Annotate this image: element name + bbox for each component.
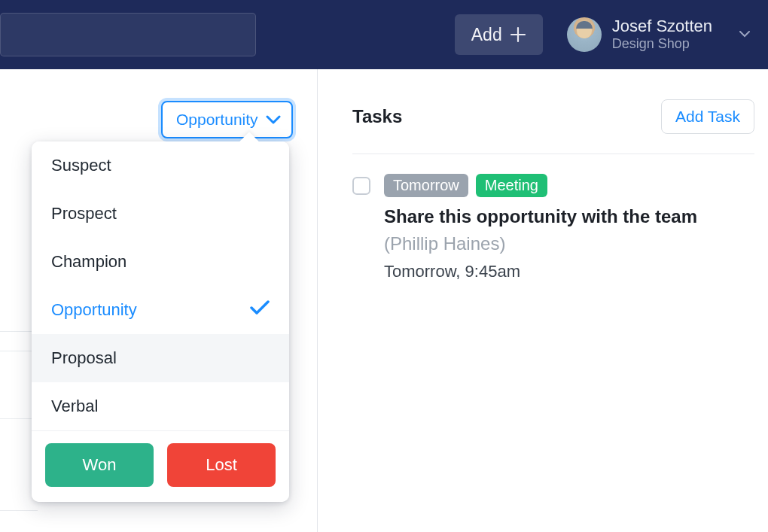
task-time: Tomorrow, 9:45am [384, 262, 754, 281]
task-title-text: Share this opportunity with the team [384, 206, 697, 226]
won-button[interactable]: Won [45, 443, 154, 487]
stage-option-opportunity[interactable]: Opportunity [32, 286, 289, 334]
stage-dropdown-footer: Won Lost [32, 430, 289, 502]
stage-option-proposal[interactable]: Proposal [32, 334, 289, 382]
user-name: Josef Szotten [612, 17, 712, 36]
stage-select-button[interactable]: Opportunity [161, 101, 293, 138]
type-badge: Meeting [476, 174, 547, 197]
stage-option-label: Suspect [51, 156, 111, 175]
task-checkbox[interactable] [352, 177, 370, 195]
search-input[interactable] [0, 13, 256, 56]
stage-option-label: Opportunity [51, 300, 137, 320]
stage-select-label: Opportunity [176, 111, 258, 129]
stage-dropdown: Suspect Prospect Champion Opportunity Pr… [32, 141, 289, 502]
chevron-down-icon [739, 31, 750, 38]
task-assignee: (Phillip Haines) [384, 233, 505, 254]
left-pane: Opportunity Suspect Prospect Champion Op… [0, 69, 318, 532]
task-content: Tomorrow Meeting Share this opportunity … [384, 174, 754, 281]
chevron-down-icon [266, 114, 281, 125]
stage-option-label: Champion [51, 252, 126, 272]
user-subtitle: Design Shop [612, 36, 712, 53]
due-badge: Tomorrow [384, 174, 468, 197]
user-menu[interactable]: Josef Szotten Design Shop [567, 17, 753, 53]
check-icon [250, 300, 270, 320]
stage-option-suspect[interactable]: Suspect [32, 141, 289, 190]
task-title[interactable]: Share this opportunity with the team (Ph… [384, 203, 754, 257]
stage-option-label: Verbal [51, 397, 98, 416]
divider [0, 510, 38, 511]
stage-option-list: Suspect Prospect Champion Opportunity Pr… [32, 141, 289, 430]
avatar [567, 17, 602, 52]
tasks-heading: Tasks [352, 106, 402, 127]
stage-option-label: Prospect [51, 204, 117, 223]
user-text: Josef Szotten Design Shop [612, 17, 712, 53]
app-header: Add Josef Szotten Design Shop [0, 0, 768, 69]
add-button[interactable]: Add [455, 14, 543, 55]
lost-button[interactable]: Lost [167, 443, 276, 487]
add-button-label: Add [471, 25, 502, 45]
task-badges: Tomorrow Meeting [384, 174, 754, 197]
stage-option-label: Proposal [51, 348, 117, 368]
stage-option-prospect[interactable]: Prospect [32, 190, 289, 238]
task-row: Tomorrow Meeting Share this opportunity … [352, 154, 754, 281]
stage-option-champion[interactable]: Champion [32, 238, 289, 286]
right-pane: Tasks Add Task Tomorrow Meeting Share th… [318, 69, 768, 532]
add-task-button[interactable]: Add Task [661, 99, 754, 134]
plus-icon [510, 26, 526, 43]
stage-option-verbal[interactable]: Verbal [32, 382, 289, 430]
tasks-header: Tasks Add Task [352, 99, 754, 154]
